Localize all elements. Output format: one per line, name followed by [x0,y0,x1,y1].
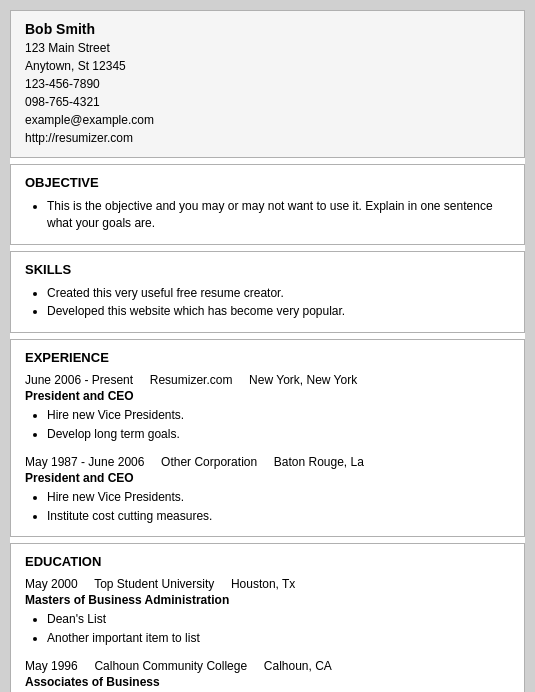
edu-school-2: Calhoun Community College [94,659,247,673]
website: http://resumizer.com [25,129,510,147]
exp-header-2: May 1987 - June 2006 Other Corporation B… [25,455,510,469]
exp-bullets-1: Hire new Vice Presidents. Develop long t… [25,407,510,443]
edu-bullets-1: Dean's List Another important item to li… [25,611,510,647]
skills-section: SKILLS Created this very useful free res… [10,251,525,334]
contact-info: 123 Main Street Anytown, St 12345 123-45… [25,39,510,147]
address: 123 Main Street [25,39,510,57]
edu-entry-2: May 1996 Calhoun Community College Calho… [25,659,510,692]
skill-item-1: Created this very useful free resume cre… [47,285,510,302]
exp-header-1: June 2006 - Present Resumizer.com New Yo… [25,373,510,387]
education-section: EDUCATION May 2000 Top Student Universit… [10,543,525,692]
edu-date-2: May 1996 [25,659,78,673]
edu-date-1: May 2000 [25,577,78,591]
experience-entry-1: June 2006 - Present Resumizer.com New Yo… [25,373,510,443]
skill-item-2: Developed this website which has become … [47,303,510,320]
objective-title: OBJECTIVE [25,175,510,190]
experience-entry-2: May 1987 - June 2006 Other Corporation B… [25,455,510,525]
resume-container: Bob Smith 123 Main Street Anytown, St 12… [10,10,525,692]
edu-location-2: Calhoun, CA [264,659,332,673]
experience-title: EXPERIENCE [25,350,510,365]
city-state-zip: Anytown, St 12345 [25,57,510,75]
exp-dates-1: June 2006 - Present [25,373,133,387]
exp-bullet-2-2: Institute cost cutting measures. [47,508,510,525]
edu-header-1: May 2000 Top Student University Houston,… [25,577,510,591]
edu-bullet-1-1: Dean's List [47,611,510,628]
exp-company-2: Other Corporation [161,455,257,469]
exp-title-2: President and CEO [25,471,510,485]
email: example@example.com [25,111,510,129]
name: Bob Smith [25,21,510,37]
edu-degree-1: Masters of Business Administration [25,593,510,607]
phone1: 123-456-7890 [25,75,510,93]
exp-dates-2: May 1987 - June 2006 [25,455,144,469]
exp-location-2: Baton Rouge, La [274,455,364,469]
edu-degree-2: Associates of Business [25,675,510,689]
edu-entry-1: May 2000 Top Student University Houston,… [25,577,510,647]
objective-list: This is the objective and you may or may… [25,198,510,232]
objective-section: OBJECTIVE This is the objective and you … [10,164,525,245]
skills-title: SKILLS [25,262,510,277]
experience-section: EXPERIENCE June 2006 - Present Resumizer… [10,339,525,537]
exp-bullet-1-1: Hire new Vice Presidents. [47,407,510,424]
exp-bullets-2: Hire new Vice Presidents. Institute cost… [25,489,510,525]
edu-bullet-1-2: Another important item to list [47,630,510,647]
header-section: Bob Smith 123 Main Street Anytown, St 12… [10,10,525,158]
objective-text: This is the objective and you may or may… [47,198,510,232]
edu-school-1: Top Student University [94,577,214,591]
exp-bullet-2-1: Hire new Vice Presidents. [47,489,510,506]
edu-header-2: May 1996 Calhoun Community College Calho… [25,659,510,673]
exp-location-1: New York, New York [249,373,357,387]
skills-list: Created this very useful free resume cre… [25,285,510,321]
exp-company-1: Resumizer.com [150,373,233,387]
education-title: EDUCATION [25,554,510,569]
phone2: 098-765-4321 [25,93,510,111]
exp-title-1: President and CEO [25,389,510,403]
exp-bullet-1-2: Develop long term goals. [47,426,510,443]
edu-location-1: Houston, Tx [231,577,295,591]
